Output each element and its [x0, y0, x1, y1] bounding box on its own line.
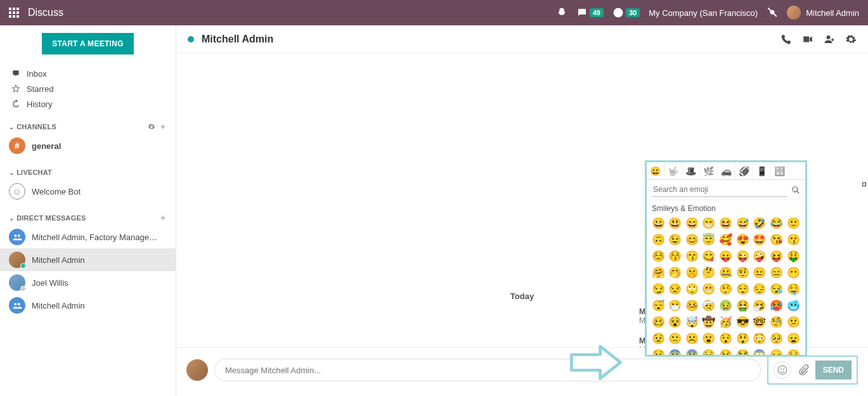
- dm-mitchell-admin-2[interactable]: Mitchell Admin: [0, 294, 176, 317]
- start-meeting-button[interactable]: START A MEETING: [42, 33, 134, 54]
- emoji-cell[interactable]: 🥶: [786, 298, 801, 313]
- emoji-cell[interactable]: 😍: [735, 232, 750, 247]
- emoji-cell[interactable]: 😟: [651, 331, 666, 346]
- emoji-cell[interactable]: 🧐: [769, 314, 784, 329]
- gear-icon[interactable]: [148, 123, 155, 131]
- emoji-cell[interactable]: 🤤: [786, 281, 801, 297]
- channel-general[interactable]: # general: [0, 134, 176, 157]
- emoji-tab-travel[interactable]: 🚗: [718, 162, 735, 179]
- emoji-cell[interactable]: ☹️: [684, 331, 699, 346]
- emoji-cell[interactable]: 🙃: [651, 232, 666, 247]
- emoji-tab-people[interactable]: 🤟: [664, 162, 682, 179]
- emoji-cell[interactable]: 😘: [769, 232, 784, 247]
- emoji-cell[interactable]: 🥴: [651, 314, 666, 329]
- emoji-cell[interactable]: 😮: [701, 331, 716, 346]
- emoji-cell[interactable]: 🤫: [684, 265, 699, 280]
- emoji-cell[interactable]: 🤭: [668, 265, 683, 280]
- emoji-cell[interactable]: 😀: [651, 215, 666, 231]
- gear-icon[interactable]: [845, 34, 857, 45]
- emoji-cell[interactable]: 🤕: [701, 298, 716, 313]
- emoji-cell[interactable]: 😅: [735, 215, 750, 231]
- emoji-cell[interactable]: 🤪: [752, 248, 767, 264]
- emoji-tab-nature[interactable]: 🌿: [700, 162, 718, 179]
- emoji-cell[interactable]: 😃: [668, 215, 683, 231]
- emoji-cell[interactable]: 🙂: [786, 215, 801, 231]
- sidebar-starred[interactable]: Starred: [0, 81, 176, 96]
- emoji-cell[interactable]: 😌: [735, 281, 750, 297]
- user-menu[interactable]: Mitchell Admin: [787, 6, 859, 20]
- send-button[interactable]: SEND: [815, 361, 852, 380]
- add-user-icon[interactable]: [824, 34, 835, 45]
- dm-header[interactable]: ⌄DIRECT MESSAGES: [0, 210, 176, 226]
- tools-icon[interactable]: [767, 7, 778, 18]
- channels-header[interactable]: ⌄CHANNELS: [0, 119, 176, 134]
- emoji-cell[interactable]: 😕: [786, 314, 801, 329]
- emoji-cell[interactable]: 🤗: [651, 265, 666, 280]
- emoji-tab-clothing[interactable]: 🎩: [682, 162, 700, 179]
- emoji-cell[interactable]: 🤣: [752, 215, 767, 231]
- emoji-tab-objects[interactable]: 📱: [753, 162, 771, 179]
- emoji-cell[interactable]: 😳: [752, 331, 767, 346]
- message-input[interactable]: [214, 359, 761, 381]
- emoji-cell[interactable]: 😉: [668, 232, 683, 247]
- dm-joel-willis[interactable]: Joel Willis: [0, 271, 176, 294]
- emoji-cell[interactable]: 😶: [786, 265, 801, 280]
- dm-group-chat[interactable]: Mitchell Admin, Factory Manager, inv...: [0, 226, 176, 248]
- emoji-cell[interactable]: 😣: [786, 347, 801, 355]
- livechat-welcome-bot[interactable]: ☺ Welcome Bot: [0, 180, 176, 203]
- activities-indicator[interactable]: 30: [612, 7, 640, 18]
- emoji-cell[interactable]: 😔: [752, 281, 767, 297]
- attachment-icon[interactable]: [798, 364, 809, 376]
- emoji-cell[interactable]: 😆: [718, 215, 734, 231]
- emoji-cell[interactable]: 😋: [701, 248, 716, 264]
- emoji-tab-activities[interactable]: 🏈: [735, 162, 753, 179]
- emoji-cell[interactable]: 🤩: [752, 232, 767, 247]
- apps-icon[interactable]: [9, 8, 19, 18]
- emoji-cell[interactable]: 🤔: [701, 265, 716, 280]
- emoji-cell[interactable]: 😒: [668, 281, 683, 297]
- emoji-cell[interactable]: 😷: [668, 298, 683, 313]
- emoji-cell[interactable]: 🤥: [718, 281, 734, 297]
- emoji-cell[interactable]: 🥰: [718, 232, 734, 247]
- emoji-cell[interactable]: 😊: [684, 232, 699, 247]
- emoji-cell[interactable]: 🤒: [684, 298, 699, 313]
- sidebar-history[interactable]: History: [0, 96, 176, 112]
- emoji-cell[interactable]: 🤐: [718, 265, 734, 280]
- emoji-tab-smileys[interactable]: 😀: [647, 162, 664, 179]
- emoji-cell[interactable]: 😎: [735, 314, 750, 329]
- emoji-cell[interactable]: 😗: [786, 232, 801, 247]
- emoji-cell[interactable]: 😂: [769, 215, 784, 231]
- emoji-cell[interactable]: 😱: [752, 347, 767, 355]
- dm-mitchell-admin[interactable]: Mitchell Admin: [0, 248, 176, 271]
- emoji-cell[interactable]: 😬: [701, 281, 716, 297]
- emoji-cell[interactable]: 😧: [651, 347, 666, 355]
- livechat-header[interactable]: ⌄LIVECHAT: [0, 165, 176, 180]
- emoji-cell[interactable]: 🥳: [718, 314, 734, 329]
- emoji-cell[interactable]: 😙: [684, 248, 699, 264]
- emoji-list[interactable]: Smileys & Emotion 😀😃😄😁😆😅🤣😂🙂🙃😉😊😇🥰😍🤩😘😗☺️😚😙…: [647, 200, 805, 355]
- sidebar-inbox[interactable]: Inbox: [0, 66, 176, 81]
- emoji-button[interactable]: [774, 361, 791, 379]
- emoji-search-input[interactable]: [652, 182, 787, 197]
- emoji-cell[interactable]: 😛: [718, 248, 734, 264]
- emoji-cell[interactable]: 🤢: [718, 298, 734, 313]
- emoji-cell[interactable]: 😢: [718, 347, 734, 355]
- emoji-cell[interactable]: 😵: [668, 314, 683, 329]
- emoji-cell[interactable]: 😦: [786, 331, 801, 346]
- emoji-cell[interactable]: 😄: [684, 215, 699, 231]
- phone-icon[interactable]: [781, 34, 792, 45]
- emoji-tab-symbols[interactable]: 🔣: [771, 162, 789, 179]
- emoji-cell[interactable]: 😨: [668, 347, 683, 355]
- emoji-cell[interactable]: 😚: [668, 248, 683, 264]
- emoji-cell[interactable]: 😯: [718, 331, 734, 346]
- emoji-cell[interactable]: 🤯: [684, 314, 699, 329]
- emoji-cell[interactable]: 🙁: [668, 331, 683, 346]
- emoji-cell[interactable]: ☺️: [651, 248, 666, 264]
- emoji-cell[interactable]: 😖: [769, 347, 784, 355]
- search-icon[interactable]: [791, 186, 800, 195]
- emoji-cell[interactable]: 😪: [769, 281, 784, 297]
- emoji-cell[interactable]: 😏: [651, 281, 666, 297]
- emoji-cell[interactable]: 😴: [651, 298, 666, 313]
- emoji-cell[interactable]: 😝: [769, 248, 784, 264]
- emoji-cell[interactable]: 😥: [701, 347, 716, 355]
